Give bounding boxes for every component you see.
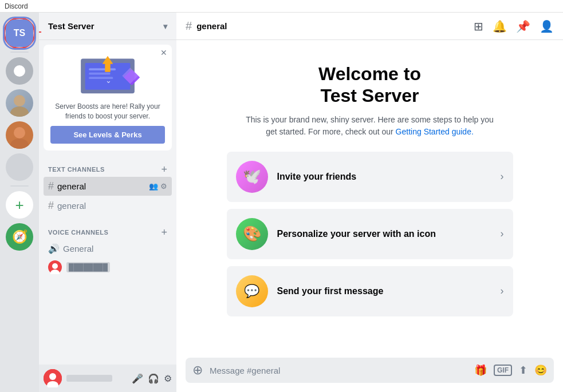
- channel-header: # general ⊞ 🔔 📌 👤: [176, 13, 563, 40]
- add-attachment-button[interactable]: ⊕: [192, 363, 203, 378]
- invite-friends-label: Invite your friends: [277, 172, 491, 182]
- server-icon-3[interactable]: [6, 89, 33, 117]
- welcome-subtitle: This is your brand new, shiny server. He…: [244, 114, 496, 138]
- message-input[interactable]: [210, 366, 467, 375]
- hashtag-icon[interactable]: ⊞: [474, 19, 483, 33]
- ts-icon-wrapper: TS: [6, 19, 33, 47]
- add-voice-channel-button[interactable]: +: [161, 227, 167, 237]
- boost-banner: ✕ ←: [44, 45, 172, 151]
- svg-point-4: [10, 138, 29, 149]
- channel-header-name: general: [196, 21, 227, 31]
- svg-text:⌄: ⌄: [105, 76, 112, 84]
- voice-channels-header: VOICE CHANNELS +: [44, 227, 172, 237]
- text-channels-header: TEXT CHANNELS +: [44, 164, 172, 175]
- svg-point-1: [14, 95, 25, 106]
- server-name: Test Server: [48, 21, 95, 31]
- settings-gear-icon[interactable]: ⚙: [164, 373, 172, 384]
- hash-icon: #: [48, 200, 54, 212]
- svg-point-3: [14, 127, 25, 138]
- send-message-chevron-icon: ›: [501, 285, 504, 297]
- boost-svg: ⌄: [50, 53, 165, 96]
- send-message-label: Send your first message: [277, 286, 491, 296]
- svg-point-14: [52, 263, 58, 269]
- message-input-area: ⊕ 🎁 GIF ⬆ 😊: [176, 358, 563, 392]
- voice-channels-section: VOICE CHANNELS + 🔊 General ████████: [39, 218, 176, 279]
- svg-rect-7: [89, 68, 116, 70]
- channel-header-left: # general: [186, 19, 227, 33]
- channel-header-actions: ⊞ 🔔 📌 👤: [474, 19, 554, 33]
- svg-point-17: [49, 373, 56, 380]
- close-banner-button[interactable]: ✕: [160, 48, 167, 57]
- speaker-icon: 🔊: [48, 243, 60, 254]
- palette-icon: 🎨: [243, 225, 261, 243]
- user-avatar-img: [44, 369, 62, 387]
- content-area: Welcome toTest Server This is your brand…: [176, 40, 563, 358]
- server-avatar-3: [6, 89, 33, 117]
- server-header[interactable]: Test Server ▾: [39, 13, 176, 40]
- add-member-icon[interactable]: 👥: [149, 182, 158, 191]
- pin-icon[interactable]: 📌: [516, 19, 530, 33]
- server-icon-4[interactable]: [6, 121, 33, 149]
- welcome-title: Welcome toTest Server: [318, 63, 421, 107]
- voice-user-avatar: [48, 260, 62, 274]
- add-server-button[interactable]: +: [6, 191, 33, 219]
- action-cards: 🕊️ Invite your friends › 🎨 Personalize y…: [227, 152, 513, 316]
- boost-text: Server Boosts are here! Rally your frien…: [50, 102, 165, 121]
- getting-started-link[interactable]: Getting Started guide.: [396, 127, 474, 136]
- personalize-label: Personalize your server with an icon: [277, 229, 491, 239]
- add-text-channel-button[interactable]: +: [161, 164, 167, 175]
- main-area: # general ⊞ 🔔 📌 👤 Welcome toTest Server …: [176, 13, 563, 392]
- emoji-icon[interactable]: 😊: [534, 364, 547, 377]
- chevron-down-icon: ▾: [163, 22, 167, 31]
- personalize-icon: 🎨: [236, 218, 268, 250]
- server-icon-ts[interactable]: TS: [6, 19, 33, 47]
- channel-header-hash-icon: #: [186, 19, 192, 33]
- settings-icon[interactable]: ⚙: [160, 182, 167, 191]
- message-input-box: ⊕ 🎁 GIF ⬆ 😊: [186, 358, 554, 383]
- channel-item-general-active[interactable]: # general 👥 ⚙: [44, 177, 172, 196]
- boost-button[interactable]: See Levels & Perks: [50, 126, 165, 144]
- personalize-card[interactable]: 🎨 Personalize your server with an icon ›: [227, 209, 513, 259]
- title-bar: Discord: [0, 0, 563, 13]
- send-message-card[interactable]: 💬 Send your first message ›: [227, 266, 513, 316]
- gift-icon[interactable]: 🎁: [474, 364, 487, 377]
- channel-item-general[interactable]: # general: [44, 196, 172, 215]
- text-channels-label[interactable]: TEXT CHANNELS: [48, 166, 105, 173]
- svg-point-15: [50, 270, 60, 274]
- upload-icon[interactable]: ⬆: [519, 364, 527, 377]
- voice-user: ████████: [44, 258, 172, 276]
- server-initials-ts: TS: [14, 28, 25, 38]
- server-icon-2[interactable]: [6, 57, 33, 85]
- voice-channel-name: General: [63, 244, 93, 254]
- members-icon[interactable]: 👤: [540, 19, 554, 33]
- voice-channel-general[interactable]: 🔊 General: [44, 240, 172, 258]
- personalize-chevron-icon: ›: [501, 228, 504, 240]
- gif-button[interactable]: GIF: [494, 365, 512, 376]
- invite-friends-card[interactable]: 🕊️ Invite your friends ›: [227, 152, 513, 202]
- text-channels-section: TEXT CHANNELS + # general 👥 ⚙ # general: [39, 155, 176, 218]
- voice-username: ████████: [66, 262, 110, 272]
- app-container: TS +: [0, 13, 563, 392]
- svg-rect-8: [89, 72, 111, 74]
- channel-name-general-active: general: [57, 181, 86, 191]
- channel-action-icons: 👥 ⚙: [149, 182, 167, 191]
- rail-divider-2: [10, 185, 29, 187]
- server-icon-5[interactable]: [6, 153, 33, 181]
- user-avatar: [44, 369, 62, 387]
- hash-icon-active: #: [48, 180, 54, 192]
- microphone-icon[interactable]: 🎤: [132, 373, 143, 384]
- svg-point-2: [10, 106, 29, 117]
- server-icon-2-img: [13, 64, 26, 78]
- headphones-icon[interactable]: 🎧: [148, 373, 159, 384]
- arrow-indicator: ←: [39, 27, 41, 37]
- invite-icon: 🕊️: [236, 161, 268, 193]
- message-card-icon: 💬: [236, 275, 268, 307]
- voice-channels-label[interactable]: VOICE CHANNELS: [48, 229, 108, 236]
- server-rail: TS +: [0, 13, 39, 392]
- app-title: Discord: [5, 2, 28, 10]
- sidebar-footer: 🎤 🎧 ⚙: [39, 365, 176, 392]
- explore-button[interactable]: 🧭: [6, 223, 33, 251]
- compass-icon: 🧭: [12, 229, 27, 244]
- rail-divider: [10, 52, 29, 53]
- bell-icon[interactable]: 🔔: [493, 19, 507, 33]
